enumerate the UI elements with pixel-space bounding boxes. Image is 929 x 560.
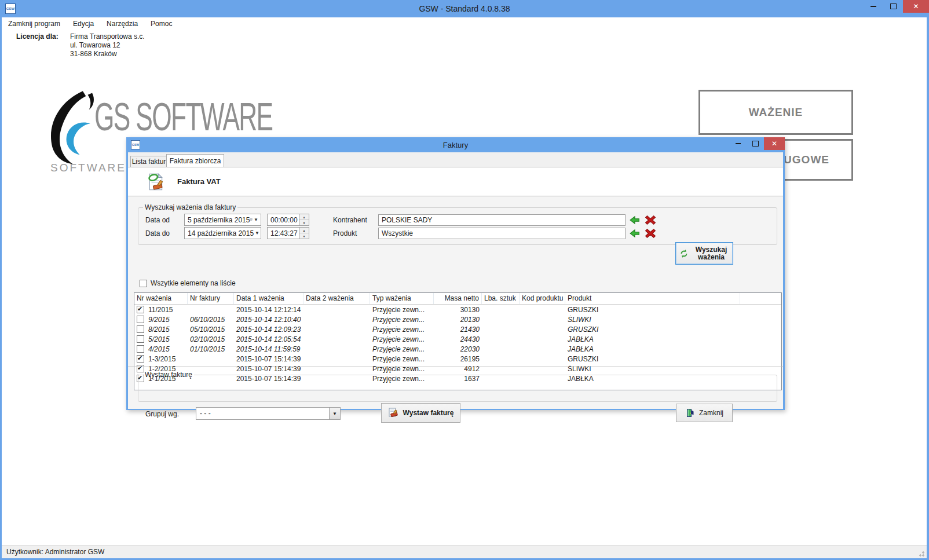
- stamp-icon: [388, 408, 398, 418]
- cell-faktura: 02/10/2015: [188, 335, 234, 343]
- menu-pomoc[interactable]: Pomoc: [144, 20, 178, 28]
- wystaw-fakture-button[interactable]: Wystaw fakturę: [381, 403, 460, 423]
- column-header-9[interactable]: Produkt: [565, 293, 740, 304]
- row-checkbox[interactable]: [137, 355, 144, 363]
- cell-data1: 2015-10-14 12:05:54: [234, 335, 303, 343]
- column-header-7[interactable]: Lba. sztuk: [482, 293, 520, 304]
- date-to-picker[interactable]: 14 października 2015 ▼: [184, 227, 261, 239]
- spin-down-icon[interactable]: ▼: [299, 220, 309, 225]
- maximize-button[interactable]: [883, 0, 903, 13]
- kontrahent-input[interactable]: POLSKIE SADY: [378, 214, 626, 226]
- menu-zamknij-program[interactable]: Zamknij program: [2, 20, 67, 28]
- column-header-2[interactable]: Nr faktury: [188, 293, 234, 304]
- cell-faktura: 06/10/2015: [188, 316, 234, 324]
- table-row[interactable]: 4/201501/10/20152015-10-14 11:59:59Przyj…: [134, 344, 781, 354]
- time-from-field[interactable]: 00:00:00 ▲▼: [267, 214, 309, 226]
- cell-produkt: ŚLIWKI: [565, 316, 740, 324]
- tab-lista-faktur[interactable]: Lista faktur: [130, 156, 167, 167]
- group-by-select[interactable]: - - - ▼: [196, 407, 341, 420]
- date-from-label: Data od: [145, 216, 170, 224]
- license-line-3: 31-868 Kraków: [70, 50, 145, 58]
- chevron-down-icon[interactable]: ▼: [329, 408, 340, 419]
- dialog-maximize-button[interactable]: [747, 137, 764, 150]
- table-header: Nr ważeniaNr fakturyData 1 ważeniaData 2…: [134, 293, 781, 305]
- cell-typ: Przyjęcie zewn...: [370, 306, 434, 314]
- cell-data1: 2015-10-14 12:10:40: [234, 316, 303, 324]
- column-header-6[interactable]: Masa netto: [434, 293, 482, 304]
- cell-masa: 24430: [434, 335, 482, 343]
- table-row[interactable]: 1-3/20152015-10-07 15:14:39Przyjęcie zew…: [134, 354, 781, 364]
- wyszukaj-wazenia-button[interactable]: Wyszukaj ważenia: [675, 242, 733, 265]
- row-checkbox[interactable]: [137, 335, 144, 343]
- license-panel: Licencja dla: Firma Transportowa s.c. ul…: [2, 30, 927, 78]
- dialog-title: Faktury: [126, 141, 785, 149]
- zamknij-button[interactable]: Zamknij: [676, 404, 733, 422]
- pick-kontrahent-arrow-icon[interactable]: [630, 215, 640, 225]
- date-to-label: Data do: [145, 229, 170, 237]
- cell-masa: 26195: [434, 355, 482, 363]
- license-line-2: ul. Towarowa 12: [70, 41, 145, 50]
- dialog-minimize-button[interactable]: [729, 137, 747, 150]
- spin-down-icon[interactable]: ▼: [299, 233, 309, 239]
- clear-produkt-x-icon[interactable]: [645, 228, 656, 239]
- pick-produkt-arrow-icon[interactable]: [630, 228, 640, 239]
- produkt-input[interactable]: Wszystkie: [378, 228, 626, 239]
- table-row[interactable]: 11/20152015-10-14 12:12:14Przyjęcie zewn…: [134, 305, 781, 314]
- main-window: GSW GSW - Standard 4.0.8.38 ✕ Zamknij pr…: [0, 0, 929, 560]
- time-to-field[interactable]: 12:43:27 ▲▼: [267, 227, 309, 239]
- issue-groupbox: Wystaw fakturę: [138, 371, 777, 402]
- table-row[interactable]: 9/201506/10/20152015-10-14 12:10:40Przyj…: [134, 314, 781, 324]
- logo-title: GS SOFTWARE: [94, 93, 273, 139]
- chevron-down-icon[interactable]: ▼: [255, 230, 259, 236]
- cell-masa: 30130: [434, 306, 482, 314]
- select-all-checkbox[interactable]: [140, 280, 147, 287]
- license-label: Licencja dla:: [16, 32, 58, 41]
- cell-typ: Przyjęcie zewn...: [370, 325, 434, 334]
- column-header-8[interactable]: Kod produktu: [520, 293, 565, 304]
- close-button[interactable]: ✕: [903, 0, 929, 13]
- titlebar: GSW GSW - Standard 4.0.8.38 ✕: [0, 0, 929, 17]
- time-to-spinner[interactable]: ▲▼: [299, 228, 309, 239]
- table-row[interactable]: 5/201502/10/20152015-10-14 12:05:54Przyj…: [134, 334, 781, 344]
- row-checkbox[interactable]: [137, 316, 144, 323]
- time-from-spinner[interactable]: ▲▼: [299, 214, 309, 225]
- dialog-close-button[interactable]: ✕: [764, 137, 785, 150]
- cell-faktura: 05/10/2015: [188, 325, 234, 334]
- select-all-row: Wszytkie elementy na liście: [140, 279, 236, 287]
- calendar-icon[interactable]: [250, 218, 253, 221]
- menu-edycja[interactable]: Edycja: [67, 20, 100, 28]
- cell-typ: Przyjęcie zewn...: [370, 345, 434, 353]
- menu-narzedzia[interactable]: Narzędzia: [100, 20, 144, 28]
- column-header-4[interactable]: Data 2 ważenia: [303, 293, 370, 304]
- table-row[interactable]: 8/201505/10/20152015-10-14 12:09:23Przyj…: [134, 324, 781, 334]
- column-header-5[interactable]: Typ ważenia: [370, 293, 434, 304]
- minimize-button[interactable]: [864, 0, 883, 13]
- spin-up-icon[interactable]: ▲: [299, 228, 309, 233]
- produkt-label: Produkt: [333, 229, 357, 237]
- license-lines: Firma Transportowa s.c. ul. Towarowa 12 …: [70, 32, 145, 58]
- kontrahent-label: Kontrahent: [333, 216, 367, 224]
- banner: Faktura VAT: [128, 167, 783, 196]
- cell-typ: Przyjęcie zewn...: [370, 316, 434, 324]
- column-header-1[interactable]: Nr ważenia: [134, 293, 188, 304]
- clear-kontrahent-x-icon[interactable]: [645, 215, 656, 225]
- row-checkbox[interactable]: [137, 306, 144, 313]
- column-header-3[interactable]: Data 1 ważenia: [234, 293, 303, 304]
- chevron-down-icon[interactable]: ▼: [254, 217, 258, 222]
- status-user-text: Użytkownik: Administrator GSW: [6, 548, 104, 556]
- row-checkbox[interactable]: [137, 325, 144, 333]
- spin-up-icon[interactable]: ▲: [299, 214, 309, 220]
- cell-produkt: GRUSZKI: [565, 306, 740, 314]
- cell-faktura: 01/10/2015: [188, 345, 234, 353]
- row-checkbox[interactable]: [137, 345, 144, 353]
- cell-data1: 2015-10-14 12:09:23: [234, 325, 303, 334]
- date-from-picker[interactable]: 5 października 2015 ▼: [184, 214, 261, 226]
- dialog-titlebar: GSW Faktury ✕: [126, 137, 785, 152]
- wazenie-button[interactable]: WAŻENIE: [698, 90, 853, 135]
- search-group-title: Wyszukaj ważenia dla faktury: [143, 203, 237, 211]
- tab-faktura-zbiorcza[interactable]: Faktura zbiorcza: [166, 154, 224, 167]
- cell-data1: 2015-10-07 15:14:39: [234, 355, 303, 363]
- issue-group-title: Wystaw fakturę: [143, 371, 194, 379]
- tab-strip: Lista faktur Faktura zbiorcza: [128, 153, 783, 167]
- cell-typ: Przyjęcie zewn...: [370, 335, 434, 343]
